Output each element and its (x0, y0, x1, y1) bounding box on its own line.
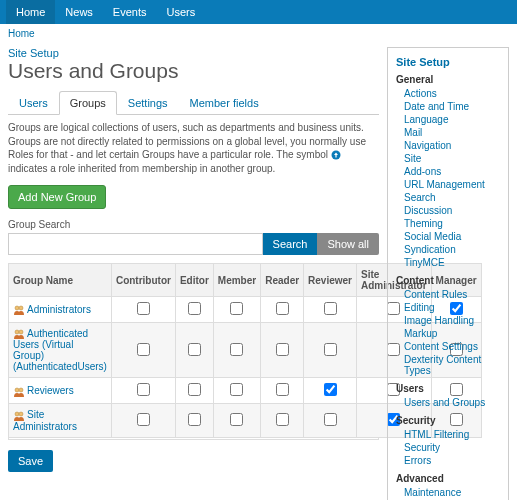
sidebar-link[interactable]: URL Management (404, 179, 485, 190)
tab-groups[interactable]: Groups (59, 91, 117, 115)
sidebar-link[interactable]: Errors (404, 455, 431, 466)
role-checkbox[interactable] (324, 343, 337, 356)
breadcrumb: Home (0, 24, 517, 43)
sidebar-link[interactable]: Site (404, 153, 421, 164)
group-link[interactable]: Reviewers (27, 385, 74, 396)
show-all-button[interactable]: Show all (317, 233, 379, 255)
sidebar-link[interactable]: Add-ons (404, 166, 441, 177)
sidebar-link[interactable]: Content Rules (404, 289, 467, 300)
top-nav: HomeNewsEventsUsers (0, 0, 517, 24)
save-button[interactable]: Save (8, 450, 53, 472)
role-checkbox[interactable] (230, 383, 243, 396)
role-checkbox[interactable] (230, 343, 243, 356)
sidebar-link[interactable]: Actions (404, 88, 437, 99)
col-header: Reviewer (304, 264, 357, 297)
sidebar-link[interactable]: Image Handling (404, 315, 474, 326)
sidebar-category: Security (396, 415, 500, 426)
sidebar-link[interactable]: Users and Groups (404, 397, 485, 408)
col-header: Reader (261, 264, 304, 297)
sidebar-link[interactable]: TinyMCE (404, 257, 445, 268)
nav-events[interactable]: Events (103, 0, 157, 24)
col-header: Editor (175, 264, 213, 297)
svg-point-1 (15, 306, 19, 310)
table-scrollbar[interactable] (8, 438, 379, 440)
svg-point-8 (19, 412, 23, 416)
col-header: Contributor (111, 264, 175, 297)
sidebar-link[interactable]: Mail (404, 127, 422, 138)
role-checkbox[interactable] (324, 413, 337, 426)
role-checkbox[interactable] (188, 302, 201, 315)
sidebar-link[interactable]: Search (404, 192, 436, 203)
role-checkbox[interactable] (137, 302, 150, 315)
inherited-role-icon (331, 150, 341, 160)
sidebar-category: Content (396, 275, 500, 286)
tab-settings[interactable]: Settings (117, 91, 179, 114)
sidebar-link[interactable]: Social Media (404, 231, 461, 242)
sidebar-link[interactable]: Editing (404, 302, 435, 313)
svg-point-4 (19, 330, 23, 334)
role-checkbox[interactable] (137, 343, 150, 356)
sidebar-link[interactable]: Maintenance (404, 487, 461, 498)
group-search-input[interactable] (8, 233, 263, 255)
sidebar-link[interactable]: Content Settings (404, 341, 478, 352)
page-title: Users and Groups (8, 59, 379, 83)
sidebar: Site Setup GeneralActionsDate and TimeLa… (387, 47, 509, 500)
svg-point-6 (19, 388, 23, 392)
sidebar-link[interactable]: Dexterity Content Types (404, 354, 481, 376)
sidebar-link[interactable]: Security (404, 442, 440, 453)
col-header: Member (213, 264, 260, 297)
nav-users[interactable]: Users (157, 0, 206, 24)
breadcrumb-home[interactable]: Home (8, 28, 35, 39)
role-checkbox[interactable] (324, 383, 337, 396)
sidebar-category: Advanced (396, 473, 500, 484)
role-checkbox[interactable] (276, 343, 289, 356)
role-checkbox[interactable] (137, 413, 150, 426)
svg-point-5 (15, 388, 19, 392)
role-checkbox[interactable] (230, 413, 243, 426)
svg-point-2 (19, 306, 23, 310)
role-checkbox[interactable] (276, 383, 289, 396)
svg-point-7 (15, 412, 19, 416)
role-checkbox[interactable] (230, 302, 243, 315)
sidebar-link[interactable]: Markup (404, 328, 437, 339)
group-search-label: Group Search (8, 219, 379, 230)
group-link[interactable]: Administrators (27, 304, 91, 315)
group-icon (13, 305, 25, 315)
sidebar-link[interactable]: Navigation (404, 140, 451, 151)
role-checkbox[interactable] (137, 383, 150, 396)
sidebar-link[interactable]: Discussion (404, 205, 452, 216)
sidebar-link[interactable]: Language (404, 114, 449, 125)
sidebar-link[interactable]: Theming (404, 218, 443, 229)
description-text: Groups are logical collections of users,… (8, 121, 379, 175)
sidebar-category: Users (396, 383, 500, 394)
site-setup-link[interactable]: Site Setup (8, 47, 59, 59)
nav-news[interactable]: News (55, 0, 103, 24)
role-checkbox[interactable] (188, 383, 201, 396)
group-icon (13, 329, 25, 339)
role-checkbox[interactable] (276, 413, 289, 426)
group-link[interactable]: Authenticated Users (Virtual Group) (Aut… (13, 328, 107, 372)
nav-home[interactable]: Home (6, 0, 55, 24)
sidebar-link[interactable]: Syndication (404, 244, 456, 255)
sidebar-category: General (396, 74, 500, 85)
role-checkbox[interactable] (188, 343, 201, 356)
search-button[interactable]: Search (263, 233, 318, 255)
col-header: Group Name (9, 264, 112, 297)
tab-member-fields[interactable]: Member fields (179, 91, 270, 114)
tabs: UsersGroupsSettingsMember fields (8, 91, 379, 115)
sidebar-link[interactable]: Date and Time (404, 101, 469, 112)
role-checkbox[interactable] (188, 413, 201, 426)
sidebar-title: Site Setup (396, 56, 500, 68)
sidebar-link[interactable]: HTML Filtering (404, 429, 469, 440)
role-checkbox[interactable] (324, 302, 337, 315)
add-new-group-button[interactable]: Add New Group (8, 185, 106, 209)
group-icon (13, 387, 25, 397)
group-icon (13, 411, 25, 421)
tab-users[interactable]: Users (8, 91, 59, 114)
role-checkbox[interactable] (276, 302, 289, 315)
svg-point-3 (15, 330, 19, 334)
